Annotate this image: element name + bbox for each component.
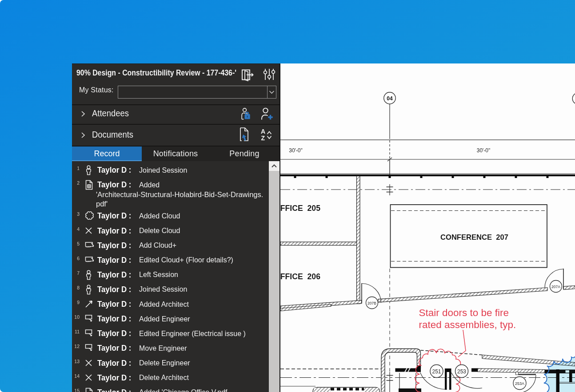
svg-text:A: A xyxy=(261,128,265,135)
svg-text:207B: 207B xyxy=(367,301,376,305)
svg-text:OFFICE 206: OFFICE 206 xyxy=(280,272,320,281)
svg-text:253A: 253A xyxy=(515,381,524,386)
svg-text:251: 251 xyxy=(432,368,441,375)
svg-text:CONFERENCE 207: CONFERENCE 207 xyxy=(440,233,508,242)
svg-text:Stair doors to be fire: Stair doors to be fire xyxy=(419,307,509,318)
svg-text:253: 253 xyxy=(457,368,466,375)
svg-text:30'-0": 30'-0" xyxy=(289,147,303,154)
svg-text:OFFICE 205: OFFICE 205 xyxy=(280,203,320,213)
svg-text:207A: 207A xyxy=(551,285,560,289)
svg-text:Z: Z xyxy=(261,135,265,142)
svg-text:04: 04 xyxy=(387,95,393,102)
svg-text:30'-0": 30'-0" xyxy=(477,147,491,154)
svg-text:rated assemblies, typ.: rated assemblies, typ. xyxy=(419,319,516,330)
